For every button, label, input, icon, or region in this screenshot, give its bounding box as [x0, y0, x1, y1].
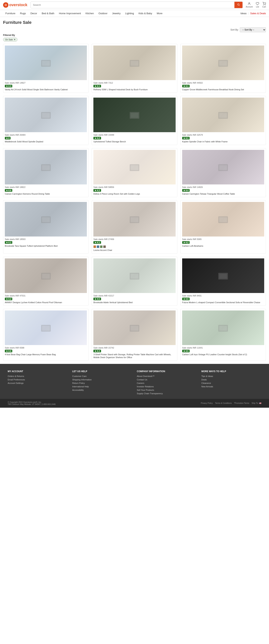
footer-email-preferences[interactable]: Email Preferences: [8, 378, 68, 381]
rating-badge: 4.2: [94, 189, 101, 192]
nav-item-bed-bath[interactable]: Bed & Bath: [40, 11, 57, 16]
header: O overstock Account: [0, 0, 269, 10]
search-bar: [30, 2, 243, 8]
account-icon-button[interactable]: Account: [246, 2, 253, 8]
product-card-10[interactable]: Sale starts INR 18593 4.1 Brookside Tara…: [3, 200, 88, 254]
product-image: [94, 310, 176, 345]
star-icon: [6, 242, 8, 244]
placeholder-icon: [129, 57, 140, 68]
product-card-15[interactable]: Sale starts INR 8401 4.6 Futzra Modern L…: [180, 257, 266, 306]
logo-icon: O: [3, 2, 8, 8]
product-card-1[interactable]: Sale starts INR 14827 4.3 Vanity Art 24-…: [3, 44, 88, 93]
footer-orders-returns[interactable]: Orders & Returns: [8, 375, 68, 377]
product-card-16[interactable]: Sale starts INR 6588 4.6 4-foot Bean Bag…: [3, 309, 88, 361]
product-card-5[interactable]: Sale starts INR 19399 4.2 Upholstered Tu…: [92, 96, 177, 145]
svg-rect-9: [131, 61, 138, 66]
nav-item-sales-deals[interactable]: Sales & Deals: [250, 12, 266, 15]
nav-item-kitchen[interactable]: Kitchen: [83, 11, 96, 16]
logo[interactable]: O overstock: [3, 2, 28, 8]
placeholder-icon: [40, 162, 52, 173]
footer-let-us-help-heading: LET US HELP: [72, 370, 132, 373]
sale-price: Sale starts INR 58856: [94, 186, 176, 188]
svg-point-2: [249, 2, 250, 4]
color-swatch[interactable]: [97, 245, 99, 248]
color-swatch[interactable]: [100, 245, 102, 248]
footer-new-arrivals[interactable]: New Arrivals: [201, 386, 261, 388]
product-card-6[interactable]: Sale starts INR 32579 4.1 Kaylee Spindle…: [180, 96, 266, 145]
filter-on-sale[interactable]: On Sale ×: [3, 38, 18, 42]
product-card-11[interactable]: Sale starts INR 27456 4.1 Levine Accent …: [92, 200, 177, 254]
search-button[interactable]: [234, 2, 242, 8]
product-card-13[interactable]: Sale starts INR 47531 4.2 AANNY Designs …: [3, 257, 88, 306]
footer-customer-care[interactable]: Customer Care: [72, 375, 132, 377]
filters-label: Filtered By: [3, 34, 266, 36]
footer-my-account: MY ACCOUNT Orders & Returns Email Prefer…: [8, 370, 68, 396]
nav-item-ideas[interactable]: Ideas: [240, 12, 246, 15]
cart-icon-button[interactable]: Cart: [262, 2, 266, 8]
nav-item-decor[interactable]: Decor: [28, 11, 40, 16]
footer-sell[interactable]: Sell Your Products: [137, 389, 197, 391]
color-swatch[interactable]: [94, 245, 96, 248]
nav-item-lighting[interactable]: Lighting: [123, 11, 136, 16]
footer-deals[interactable]: Deals: [201, 378, 261, 381]
nav-item-rugs[interactable]: Rugs: [18, 11, 28, 16]
placeholder-icon: [217, 162, 229, 173]
footer-careers[interactable]: Careers: [137, 382, 197, 384]
footer-contact-us[interactable]: Contact Us: [137, 378, 197, 381]
nav-item-kids-baby[interactable]: Kids & Baby: [136, 11, 154, 16]
footer-terms[interactable]: Terms & Conditions: [215, 402, 232, 404]
filter-remove-icon[interactable]: ×: [14, 38, 15, 41]
search-input[interactable]: [31, 2, 234, 8]
person-icon: [248, 2, 251, 6]
footer-supply-chain[interactable]: Supply Chain Transparency: [137, 392, 197, 394]
main-content: Furniture Sale Sort By: -- Sort By -- Pr…: [0, 17, 269, 364]
rating-badge: 4.1: [94, 241, 101, 244]
product-card-18[interactable]: Sale starts INR 11641 4.5 Carbon Loft In…: [180, 309, 266, 361]
footer-return-policy[interactable]: Return Policy: [72, 382, 132, 384]
sort-select[interactable]: -- Sort By -- Price: Low to High Price: …: [240, 27, 266, 32]
product-card-12[interactable]: Sale starts INR 5065 4.2 Carbon Loft Abr…: [180, 200, 266, 254]
footer-clearance[interactable]: Clearance: [201, 382, 261, 384]
footer-privacy-policy[interactable]: Privacy Policy: [201, 402, 213, 404]
footer-tips-ideas[interactable]: Tips & Ideas: [201, 375, 261, 377]
svg-rect-48: [219, 274, 227, 278]
product-card-8[interactable]: Sale starts INR 58856 4.2 Delica 3 Piece…: [92, 148, 177, 197]
product-name: Copper Grove Middlecreek Farmhouse Break…: [182, 88, 264, 91]
sale-price: Sale starts INR 18822: [5, 186, 87, 188]
footer-international-help[interactable]: International Help: [72, 386, 132, 388]
rating-badge: 4: [5, 137, 10, 140]
product-name: 4-foot Bean Bag Chair Large Memory Foam …: [5, 353, 87, 356]
color-swatch[interactable]: [103, 245, 106, 248]
footer-investors[interactable]: Investor Relations: [137, 386, 197, 388]
star-icon: [94, 137, 96, 139]
nav-item-furniture[interactable]: Furniture: [3, 11, 18, 16]
product-card-17[interactable]: Sale starts INR 15742 4.3 3-Shelf Printe…: [92, 309, 177, 361]
product-card-7[interactable]: Sale starts INR 18822 4.6 Carson Carring…: [3, 148, 88, 197]
product-card-3[interactable]: Sale starts INR 44502 4.1 Copper Grove M…: [180, 44, 266, 93]
product-image: [5, 258, 87, 293]
rating-badge: 4.1: [5, 241, 12, 244]
footer-accessibility[interactable]: Accessibility: [72, 389, 132, 391]
product-card-2[interactable]: Sale starts INR 7312 4.1 Refinery 50W L …: [92, 44, 177, 93]
footer-more-ways-heading: MORE WAYS TO HELP: [201, 370, 261, 373]
footer-promo-terms[interactable]: *Promotion Terms: [234, 402, 249, 404]
product-card-4[interactable]: Sale starts INR 26484 4 Middlebrook Soli…: [3, 96, 88, 145]
nav-item-home-improvement[interactable]: Home Improvement: [57, 11, 83, 16]
product-card-9[interactable]: Sale starts INR 14826 4.4 Carson Carring…: [180, 148, 266, 197]
footer-account-settings[interactable]: Account Settings: [8, 382, 68, 384]
rating-badge: 4.3: [5, 85, 12, 88]
svg-rect-51: [42, 326, 50, 331]
navigation: Furniture Rugs Decor Bed & Bath Home Imp…: [0, 10, 269, 17]
svg-marker-52: [6, 350, 8, 352]
product-name: Vanity Art 24-inch Solid Wood Single Sin…: [5, 88, 87, 91]
nav-item-more[interactable]: More: [154, 11, 165, 16]
star-icon: [183, 350, 185, 352]
footer-about[interactable]: About Overstock™: [137, 375, 197, 377]
product-card-14[interactable]: Sale starts INR 41517 4.5 Brookside Adel…: [92, 257, 177, 306]
product-image: [182, 46, 264, 80]
star-icon: [94, 298, 96, 300]
list-icon-button[interactable]: List: [256, 2, 259, 8]
nav-item-outdoor[interactable]: Outdoor: [96, 11, 110, 16]
footer-shipping-info[interactable]: Shipping Information: [72, 378, 132, 381]
nav-item-jewelry[interactable]: Jewelry: [110, 11, 123, 16]
